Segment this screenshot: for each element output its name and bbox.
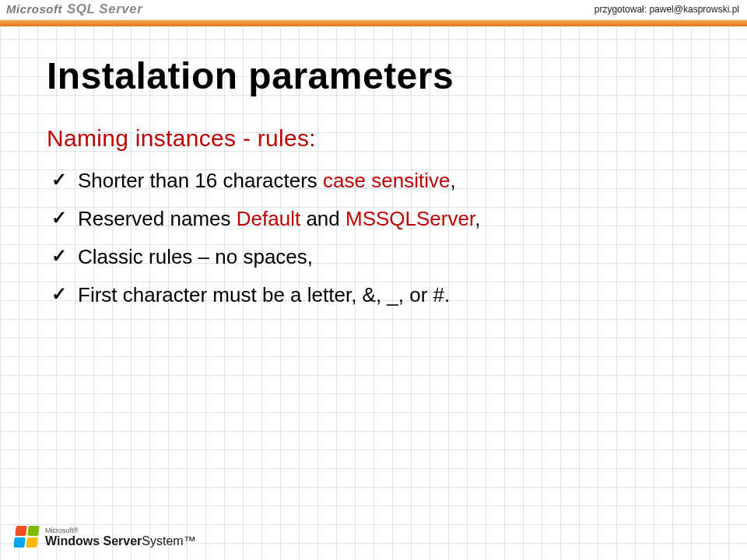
accent-strip: [0, 20, 747, 26]
slide-title: Instalation parameters: [47, 54, 716, 97]
sql-server-logo: Microsoft SQL Server: [6, 2, 142, 17]
footer-text: Microsoft® Windows ServerSystem™: [45, 527, 196, 548]
list-item: Shorter than 16 characters case sensitiv…: [51, 167, 716, 194]
top-bar: Microsoft SQL Server przygotował: pawel@…: [0, 0, 747, 20]
prepared-by: przygotował: pawel@kasprowski.pl: [594, 4, 739, 15]
slide-subtitle: Naming instances - rules:: [47, 125, 716, 152]
list-item: Reserved names Default and MSSQLServer,: [51, 205, 716, 233]
logo-product: SQL Server: [67, 2, 142, 17]
logo-microsoft: Microsoft: [6, 2, 62, 16]
list-item: First character must be a letter, &, _, …: [51, 282, 716, 309]
list-item: Classic rules – no spaces,: [51, 243, 716, 271]
windows-flag-icon: [14, 526, 39, 549]
bullet-list: Shorter than 16 characters case sensitiv…: [47, 167, 716, 309]
windows-server-logo: Microsoft® Windows ServerSystem™: [14, 526, 196, 549]
slide-content: Instalation parameters Naming instances …: [47, 47, 716, 320]
